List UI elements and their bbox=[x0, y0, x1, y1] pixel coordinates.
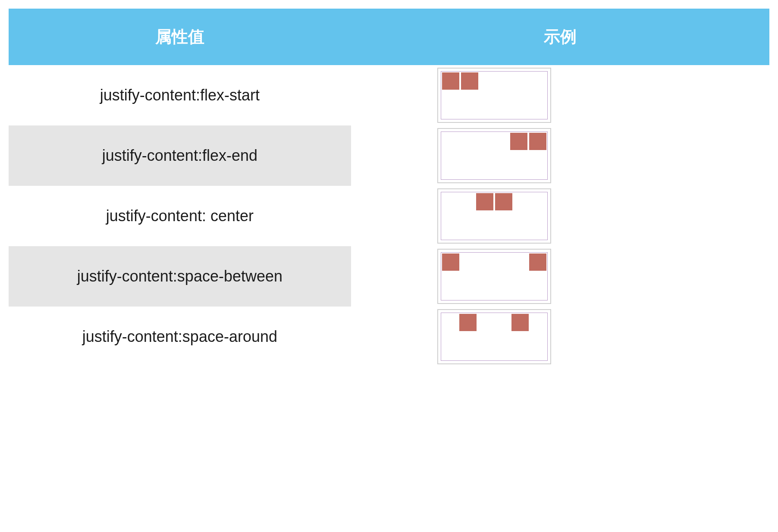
table-row: justify-content:flex-end bbox=[9, 125, 769, 186]
table-row: justify-content:space-between bbox=[9, 246, 769, 307]
flex-item-box bbox=[495, 193, 512, 210]
demo-container bbox=[437, 128, 551, 183]
header-property-value: 属性值 bbox=[9, 9, 351, 65]
demo-container bbox=[437, 68, 551, 123]
header-example: 示例 bbox=[351, 9, 769, 65]
flex-demo-flex-end bbox=[441, 131, 548, 180]
flex-item-box bbox=[511, 314, 529, 331]
flex-demo-flex-start bbox=[441, 71, 548, 119]
flex-item-box bbox=[442, 72, 459, 90]
flex-item-box bbox=[529, 133, 546, 150]
demo-container bbox=[437, 249, 551, 304]
justify-content-table: 属性值 示例 justify-content:flex-start justif… bbox=[9, 9, 769, 367]
example-cell bbox=[351, 246, 769, 307]
property-label: justify-content: center bbox=[9, 186, 351, 246]
table-row: justify-content:space-around bbox=[9, 307, 769, 367]
demo-container bbox=[437, 309, 551, 364]
property-label: justify-content:flex-end bbox=[9, 125, 351, 186]
flex-demo-space-around bbox=[441, 313, 548, 361]
flex-demo-center bbox=[441, 192, 548, 240]
property-label: justify-content:flex-start bbox=[9, 65, 351, 125]
example-cell bbox=[351, 65, 769, 125]
example-cell bbox=[351, 125, 769, 186]
property-label: justify-content:space-around bbox=[9, 307, 351, 367]
flex-item-box bbox=[510, 133, 527, 150]
example-cell bbox=[351, 186, 769, 246]
flex-item-box bbox=[529, 253, 546, 271]
demo-container bbox=[437, 188, 551, 244]
table-row: justify-content: center bbox=[9, 186, 769, 246]
table-body: justify-content:flex-start justify-conte… bbox=[9, 65, 769, 367]
flex-item-box bbox=[461, 72, 478, 90]
example-cell bbox=[351, 307, 769, 367]
flex-item-box bbox=[442, 253, 459, 271]
table-header-row: 属性值 示例 bbox=[9, 9, 769, 65]
flex-demo-space-between bbox=[441, 252, 548, 300]
property-label: justify-content:space-between bbox=[9, 246, 351, 307]
flex-item-box bbox=[476, 193, 493, 210]
table-row: justify-content:flex-start bbox=[9, 65, 769, 125]
flex-item-box bbox=[459, 314, 477, 331]
